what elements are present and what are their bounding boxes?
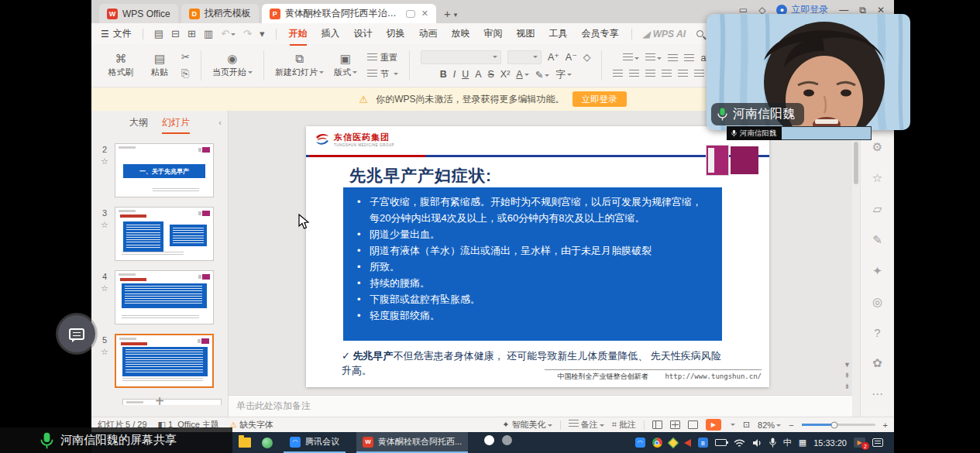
increase-font-icon[interactable]: A⁺ bbox=[548, 51, 559, 63]
menu-tab-slideshow[interactable]: 放映 bbox=[450, 26, 472, 42]
decrease-font-icon[interactable]: A⁻ bbox=[566, 51, 577, 63]
webcam-video[interactable]: 河南信阳魏 bbox=[707, 14, 910, 130]
security-tray-icon[interactable] bbox=[668, 437, 679, 448]
play-options-caret[interactable] bbox=[731, 424, 735, 426]
design-brush-icon[interactable]: ✎ bbox=[872, 233, 882, 247]
close-tab-icon[interactable]: ✕ bbox=[421, 9, 428, 19]
wifi-icon[interactable] bbox=[734, 438, 745, 448]
format-painter-button[interactable]: ⌘ 格式刷 bbox=[104, 53, 138, 78]
superscript-icon[interactable]: X² bbox=[500, 69, 511, 80]
underline-icon[interactable]: U bbox=[462, 69, 469, 80]
char-shading-icon[interactable]: A bbox=[475, 69, 481, 80]
tab-wps-office[interactable]: W WPS Office bbox=[99, 4, 178, 23]
export-icon[interactable]: ⊟ bbox=[171, 28, 180, 39]
reset-button[interactable]: 重置 bbox=[367, 52, 398, 63]
paste-button[interactable]: ▤ 粘贴 bbox=[143, 53, 177, 78]
highlight-icon[interactable]: ✎ bbox=[535, 69, 549, 81]
tab-list-caret-icon[interactable]: ▾ bbox=[454, 11, 458, 19]
favorites-icon[interactable]: ☆ bbox=[872, 171, 882, 185]
slide-thumbnail-3[interactable] bbox=[115, 207, 214, 261]
microphone-tray-icon[interactable] bbox=[769, 438, 776, 448]
dot-white[interactable] bbox=[484, 435, 494, 445]
decrease-indent-icon[interactable] bbox=[668, 54, 678, 62]
align-center-icon[interactable] bbox=[629, 70, 639, 77]
vertical-scrollbar[interactable] bbox=[852, 111, 860, 417]
properties-icon[interactable]: ⚙ bbox=[872, 140, 882, 154]
font-color-icon[interactable]: A bbox=[516, 69, 528, 80]
menu-tab-design[interactable]: 设计 bbox=[352, 26, 374, 42]
slide-thumbnail-5-selected[interactable] bbox=[115, 334, 214, 388]
chrome-tray-icon[interactable] bbox=[652, 438, 662, 448]
meeting-chat-bubble[interactable] bbox=[58, 315, 95, 352]
bullets-icon[interactable] bbox=[623, 53, 639, 63]
task-tencent-meeting[interactable]: ◠ 腾讯会议 bbox=[284, 432, 346, 453]
increase-indent-icon[interactable] bbox=[684, 54, 694, 62]
more-caret-icon[interactable]: ▾ bbox=[260, 28, 265, 39]
slide-body-box[interactable]: 子宫收缩，腹部有紧缩感。开始时为不规则宫缩，以后可发展为规律宫缩，每20分钟内出… bbox=[343, 187, 722, 341]
tab-slides[interactable]: 幻灯片 bbox=[162, 116, 190, 129]
slide-sorter-icon[interactable] bbox=[670, 420, 680, 429]
collapse-panel-icon[interactable]: ‹ bbox=[218, 118, 222, 127]
menu-tab-insert[interactable]: 插入 bbox=[320, 26, 342, 42]
action-center-icon[interactable] bbox=[872, 438, 883, 447]
tab-current-document[interactable]: P 黄体酮栓联合阿托西半治疗先... ✕ bbox=[262, 4, 436, 23]
fit-slide-icon[interactable]: ⊡ bbox=[743, 420, 750, 430]
login-now-button[interactable]: 立即登录 bbox=[573, 91, 627, 107]
file-explorer-icon[interactable] bbox=[239, 438, 251, 448]
font-size-select[interactable] bbox=[507, 50, 542, 64]
zoom-slider[interactable] bbox=[802, 424, 875, 426]
menu-tab-home[interactable]: 开始 bbox=[287, 26, 309, 42]
zoom-level[interactable]: 82% bbox=[758, 420, 781, 430]
slide-thumbnail-2[interactable]: 一、关于先兆早产 bbox=[115, 143, 214, 197]
undo-icon[interactable]: ↶ bbox=[221, 28, 236, 39]
reading-view-icon[interactable] bbox=[688, 420, 698, 429]
slide-thumbnail-4[interactable] bbox=[115, 270, 214, 324]
star-icon[interactable]: ☆ bbox=[101, 347, 108, 357]
image-search-icon[interactable]: ◎ bbox=[872, 295, 882, 309]
search-icon[interactable] bbox=[696, 30, 703, 37]
task-wps-document[interactable]: W 黄体酮栓联合阿托西... bbox=[356, 432, 468, 453]
touch-keyboard-icon[interactable]: ▦ bbox=[799, 438, 806, 448]
italic-icon[interactable]: I bbox=[453, 69, 456, 80]
comment-button[interactable]: ⌗ 批注 bbox=[612, 419, 636, 431]
slideshow-play-button[interactable]: ▶ bbox=[706, 419, 721, 431]
tab-docer-templates[interactable]: D 找稻壳模板 bbox=[181, 4, 259, 23]
notes-pane[interactable]: 单击此处添加备注 bbox=[229, 395, 852, 417]
previous-slide-icon[interactable]: ⇞ bbox=[844, 372, 851, 379]
print-preview-icon[interactable]: ▥ bbox=[204, 28, 213, 39]
menu-tab-view[interactable]: 视图 bbox=[515, 26, 537, 42]
cut-icon[interactable]: ✂ bbox=[181, 51, 190, 63]
menu-tab-animation[interactable]: 动画 bbox=[418, 26, 439, 42]
font-name-select[interactable] bbox=[421, 50, 501, 64]
align-right-icon[interactable] bbox=[645, 70, 655, 77]
skin-tool-icon[interactable]: ✿ bbox=[872, 356, 882, 370]
scroll-down-icon[interactable]: ▼ bbox=[844, 361, 851, 369]
menu-tab-review[interactable]: 审阅 bbox=[483, 26, 504, 42]
column-spacing-icon[interactable] bbox=[694, 70, 704, 77]
copy-icon[interactable]: ⎘ bbox=[181, 67, 190, 80]
notes-button[interactable]: 备注 bbox=[569, 419, 604, 431]
clock[interactable]: 15:33:20 bbox=[813, 438, 847, 448]
help-icon[interactable]: ? bbox=[874, 326, 880, 339]
menu-tab-tools[interactable]: 工具 bbox=[548, 26, 569, 42]
zoom-in-button[interactable]: + bbox=[883, 420, 888, 430]
bluetooth-icon[interactable]: ʙ bbox=[698, 438, 708, 448]
scrollbar-thumb[interactable] bbox=[854, 142, 858, 184]
more-tools-icon[interactable]: ⋯ bbox=[872, 387, 883, 401]
battery-icon[interactable] bbox=[715, 439, 727, 446]
zoom-out-button[interactable]: − bbox=[789, 420, 793, 430]
star-icon[interactable]: ☆ bbox=[101, 156, 108, 166]
ime-indicator[interactable]: 中 bbox=[783, 437, 792, 448]
text-effect-icon[interactable]: 字 bbox=[555, 68, 572, 81]
strikethrough-icon[interactable]: S bbox=[488, 69, 494, 80]
clear-format-icon[interactable]: ◇ bbox=[583, 51, 591, 63]
media-notification-icon[interactable]: ▶2 bbox=[854, 438, 865, 448]
numbering-icon[interactable] bbox=[645, 53, 662, 63]
media-tray-icon[interactable] bbox=[684, 439, 691, 447]
slide-5[interactable]: 东信医药集团 TUNGSHUN MEDICINE GROUP 先兆早产产妇症状: bbox=[306, 126, 769, 387]
chat-bubble-icon[interactable] bbox=[406, 10, 415, 18]
smart-beautify-button[interactable]: ✦ 智能美化 bbox=[502, 419, 552, 431]
meeting-tray-icon[interactable]: ◠ bbox=[635, 438, 645, 448]
layout-button[interactable]: ▣ 版式 bbox=[328, 53, 363, 78]
shapes-icon[interactable]: ▱ bbox=[873, 202, 882, 216]
